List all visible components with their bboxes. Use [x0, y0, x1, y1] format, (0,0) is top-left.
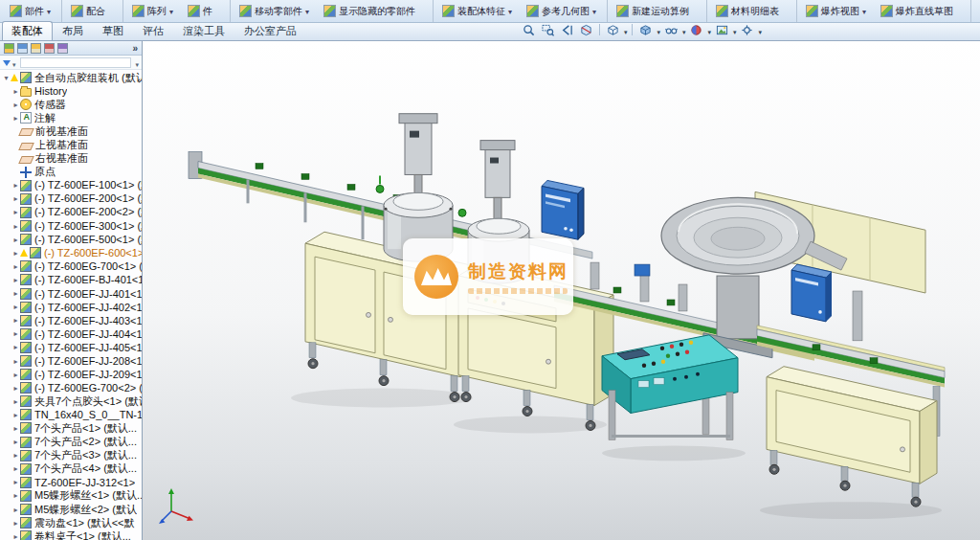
right-machine[interactable] — [757, 326, 945, 519]
command-tab[interactable]: 布局 — [53, 21, 93, 40]
tree-item[interactable]: (-) TZ-600EF-JJ-405<1> — [0, 341, 142, 354]
expander-icon[interactable] — [11, 438, 20, 446]
ribbon-command-button[interactable]: 材料明细表 — [706, 0, 794, 22]
ribbon-command-button[interactable]: 爆炸视图 — [796, 0, 875, 22]
expander-icon[interactable] — [11, 101, 20, 109]
tree-item[interactable]: (-) TZ-600EG-700<1> (默 — [0, 259, 142, 273]
view-settings-icon[interactable] — [739, 23, 755, 37]
expander-icon[interactable] — [11, 208, 20, 216]
tree-item[interactable]: 传感器 — [0, 98, 142, 111]
tree-item[interactable]: 卷料桌子<1> (默认... — [0, 529, 142, 540]
tree-item[interactable]: 右视基准面 — [0, 152, 142, 166]
filter-dropdown-icon[interactable] — [12, 54, 16, 71]
expander-icon[interactable] — [11, 316, 20, 325]
expander-icon[interactable] — [11, 491, 20, 500]
ribbon-command-button[interactable]: 显示隐藏的零部件 — [318, 0, 431, 22]
tree-item[interactable]: M5蝶形螺丝<1> (默认... — [0, 489, 142, 503]
tree-item[interactable]: (-) TZ-600EF-BJ-401<1> — [0, 273, 142, 286]
expander-icon[interactable] — [11, 222, 20, 231]
expander-icon[interactable] — [11, 303, 20, 311]
tree-item[interactable]: 震动盘<1> (默认<<默 — [0, 516, 142, 529]
dropdown-arrow-icon[interactable] — [758, 21, 762, 38]
tree-item[interactable]: 7个头产品<4> (默认... — [0, 462, 142, 476]
tree-item[interactable]: TN_16x40_S_0__TN-1 — [0, 408, 142, 421]
expander-icon[interactable] — [11, 87, 20, 96]
expander-icon[interactable] — [11, 194, 20, 203]
filter-funnel-icon[interactable] — [3, 60, 11, 70]
expander-icon[interactable] — [11, 411, 20, 419]
dropdown-arrow-icon[interactable] — [707, 21, 711, 38]
tree-item[interactable]: (-) TZ-600EF-300<1> (默 — [0, 219, 142, 233]
ribbon-command-button[interactable]: 新建运动算例 — [607, 0, 704, 22]
controller-box-left[interactable] — [542, 180, 584, 239]
ribbon-command-button[interactable]: 配合 — [61, 0, 121, 22]
dropdown-arrow-icon[interactable] — [682, 21, 686, 38]
tree-item[interactable]: (-) TZ-600EF-JJ-209<1> — [0, 368, 142, 381]
command-tab[interactable]: 办公室产品 — [234, 21, 306, 40]
command-tab[interactable]: 装配体 — [2, 21, 53, 40]
tree-item[interactable]: (-) TZ-600EF-JJ-208<1> — [0, 354, 142, 368]
tree-item[interactable]: (-) TZ-600EG-700<2> (默认 — [0, 381, 142, 394]
expander-icon[interactable] — [11, 329, 20, 338]
dropdown-arrow-icon[interactable] — [624, 21, 628, 38]
dropdown-arrow-icon[interactable] — [657, 21, 660, 38]
panel-expand-chevron[interactable]: » — [132, 43, 138, 54]
tree-item[interactable]: 7个头产品<3> (默认... — [0, 449, 142, 462]
zoom-to-area-icon[interactable] — [540, 23, 556, 37]
tree-item[interactable]: (-) TZ-600EF-200<2> (默 — [0, 206, 142, 219]
tree-item[interactable]: M5蝶形螺丝<2> (默认 — [0, 503, 142, 516]
expander-icon[interactable] — [11, 532, 20, 540]
ribbon-command-button[interactable]: 阵列 — [122, 0, 182, 22]
expander-icon[interactable] — [11, 451, 20, 460]
dropdown-arrow-icon[interactable] — [733, 21, 737, 38]
expander-icon[interactable] — [11, 343, 20, 351]
dimxpertmanager-tab-icon[interactable] — [44, 43, 55, 54]
command-tab[interactable]: 评估 — [133, 21, 173, 40]
tree-item[interactable]: 7个头产品<1> (默认... — [0, 421, 142, 435]
tree-item[interactable]: (-) TZ-600EF-200<1> (默 — [0, 192, 142, 206]
tree-item[interactable]: 前视基准面 — [0, 124, 142, 138]
ribbon-command-button[interactable]: 参考几何图 — [521, 0, 605, 22]
expander-icon[interactable] — [11, 262, 20, 271]
featuremanager-tab-icon[interactable] — [4, 43, 14, 54]
tree-item[interactable]: (-) TZ-600EF-JJ-402<1> — [0, 301, 142, 314]
tree-item[interactable]: (-) TZ-600EF-JJ-404<1> — [0, 327, 142, 341]
control-desk[interactable] — [602, 335, 746, 461]
tree-item[interactable]: 上视基准面 — [0, 138, 142, 151]
expander-icon[interactable] — [11, 384, 20, 393]
hide-show-items-icon[interactable] — [663, 23, 679, 37]
graphics-viewport[interactable]: 制造资料网 — [143, 41, 980, 540]
ribbon-command-button[interactable]: 部件 — [4, 0, 59, 22]
command-tab[interactable]: 渲染工具 — [173, 21, 234, 40]
expander-icon[interactable] — [11, 181, 20, 190]
expander-icon[interactable] — [11, 519, 20, 528]
expander-icon[interactable] — [11, 357, 20, 366]
configurationmanager-tab-icon[interactable] — [31, 43, 41, 54]
command-tab[interactable]: 草图 — [93, 21, 133, 40]
tree-item[interactable]: 7个头产品<2> (默认... — [0, 436, 142, 449]
previous-view-icon[interactable] — [559, 23, 575, 37]
expander-icon[interactable] — [11, 236, 20, 244]
expander-icon[interactable] — [11, 424, 20, 433]
display-style-icon[interactable] — [637, 23, 654, 37]
ribbon-command-button[interactable]: Speedpak — [970, 0, 980, 22]
expander-icon[interactable] — [2, 74, 11, 82]
expander-icon[interactable] — [11, 276, 20, 284]
apply-scene-icon[interactable] — [714, 23, 730, 37]
expander-icon[interactable] — [11, 478, 20, 486]
displaymanager-tab-icon[interactable] — [57, 43, 68, 54]
tree-item[interactable]: (-) TZ-600EF-600<1> — [0, 246, 142, 259]
tree-item[interactable]: TZ-600EF-JJ-312<1> — [0, 476, 142, 489]
tree-item[interactable]: 原点 — [0, 166, 142, 179]
tree-item[interactable]: 注解 — [0, 111, 142, 124]
filter-expand-icon[interactable] — [135, 54, 139, 71]
expander-icon[interactable] — [11, 114, 20, 123]
filter-field[interactable] — [20, 57, 132, 68]
expander-icon[interactable] — [11, 249, 20, 258]
ribbon-command-button[interactable]: 装配体特征 — [433, 0, 521, 22]
tree-item[interactable]: (-) TZ-600EF-500<1> (默 — [0, 233, 142, 246]
section-view-icon[interactable] — [578, 23, 594, 37]
tree-item[interactable]: (-) TZ-600EF-100<1> (默 — [0, 179, 142, 192]
expander-icon[interactable] — [11, 506, 20, 514]
edit-appearance-icon[interactable] — [688, 23, 704, 37]
